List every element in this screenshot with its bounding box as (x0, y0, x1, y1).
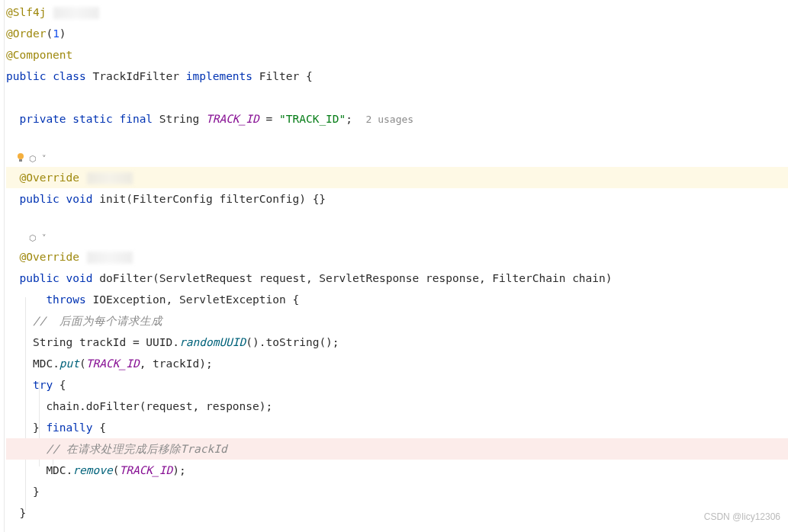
code-line[interactable]: chain.doFilter(request, response); (6, 396, 788, 417)
paren: ( (153, 272, 159, 284)
brace: { (99, 421, 106, 434)
method-marker-icon[interactable]: ⬡ ˅ (29, 231, 47, 246)
brace: { (60, 379, 66, 391)
method-call: doFilter (86, 400, 140, 412)
code-line[interactable]: // 后面为每个请求生成 (6, 310, 788, 332)
type-name: String (33, 336, 72, 348)
semicolon: ; (346, 113, 352, 125)
dot: . (79, 400, 86, 412)
type-name: Filter (259, 70, 299, 82)
paren: ( (126, 193, 133, 205)
annotation: @Component (6, 49, 72, 61)
var-ref: chain (46, 400, 79, 412)
var-name: trackId (79, 336, 126, 348)
code-line[interactable] (6, 130, 788, 152)
annotation: @Override (19, 251, 79, 263)
type-name: ServletException (179, 293, 286, 306)
code-line[interactable]: @Slf4j (6, 2, 788, 23)
keyword: void (66, 193, 93, 205)
gutter-icon-line[interactable]: ⬡ ˅ (6, 231, 788, 246)
operator: = (259, 113, 279, 125)
code-line[interactable]: throws IOException, ServletException { (6, 289, 788, 310)
code-line[interactable]: } (6, 481, 788, 502)
static-method: put (60, 357, 79, 370)
svg-point-0 (18, 153, 24, 159)
code-line[interactable] (6, 87, 788, 108)
paren: ) (326, 336, 333, 348)
code-line[interactable]: public void init(FilterConfig filterConf… (6, 188, 788, 210)
code-line[interactable]: @Override (6, 246, 788, 268)
blurred-region (53, 7, 99, 19)
class-name: TrackIdFilter (93, 70, 180, 82)
dot: . (172, 336, 179, 348)
comma: , (140, 357, 153, 370)
paren: ) (606, 272, 613, 284)
type-name: FilterConfig (133, 193, 213, 205)
comma: , (479, 272, 492, 284)
code-line[interactable]: } (6, 502, 788, 524)
class-ref: UUID (146, 336, 172, 348)
annotation: @Slf4j (6, 6, 46, 18)
var-ref: trackId (153, 357, 199, 370)
comment: // 在请求处理完成后移除TrackId (46, 443, 227, 455)
code-line[interactable]: } finally { (6, 417, 788, 438)
code-line[interactable]: private static final String TRACK_ID = "… (6, 108, 788, 130)
comma: , (192, 400, 205, 412)
semicolon: ; (206, 357, 213, 370)
keyword: public (19, 272, 59, 284)
param-name: filterConfig (219, 193, 299, 205)
param-name: chain (572, 272, 606, 284)
code-line[interactable]: @Component (6, 44, 788, 66)
annotation: @Order (6, 27, 46, 40)
gutter-icon-line[interactable]: ⬡ ˅ (6, 152, 788, 167)
brace: { (306, 70, 313, 82)
code-line[interactable]: @Order(1) (6, 23, 788, 44)
keyword: try (33, 379, 53, 391)
brace: } (19, 507, 26, 519)
type-name: String (159, 113, 199, 125)
semicolon: ; (266, 400, 273, 412)
dot: . (259, 336, 266, 348)
code-line[interactable]: public void doFilter(ServletRequest requ… (6, 268, 788, 289)
field-ref: TRACK_ID (119, 464, 172, 476)
code-line[interactable]: try { (6, 374, 788, 396)
field-ref: TRACK_ID (86, 357, 140, 370)
method-marker-icon[interactable]: ⬡ ˅ (29, 152, 47, 167)
keyword: private (19, 113, 66, 125)
blurred-region (87, 252, 133, 264)
code-line[interactable]: MDC.remove(TRACK_ID); (6, 460, 788, 481)
keyword: final (119, 113, 153, 125)
comma: , (306, 272, 319, 284)
blurred-region (87, 172, 133, 184)
operator: = (126, 336, 146, 348)
usage-hint[interactable]: 2 usages (366, 114, 414, 125)
keyword: void (66, 272, 93, 284)
param-name: response (426, 272, 479, 284)
var-ref: request (146, 400, 192, 412)
paren: ) (199, 357, 206, 370)
code-editor[interactable]: @Slf4j @Order(1) @Component public class… (0, 0, 788, 524)
intention-bulb-icon[interactable] (15, 152, 26, 167)
dot: . (53, 357, 60, 370)
class-ref: MDC (33, 357, 53, 370)
method-name: init (99, 193, 126, 205)
type-name: ServletRequest (159, 272, 252, 284)
code-line[interactable]: @Override (6, 167, 788, 188)
paren: ) (172, 464, 179, 476)
paren: ) (252, 336, 259, 348)
type-name: FilterChain (492, 272, 565, 284)
code-line[interactable]: MDC.put(TRACK_ID, trackId); (6, 353, 788, 374)
code-line[interactable]: public class TrackIdFilter implements Fi… (6, 66, 788, 87)
param-name: request (259, 272, 306, 284)
code-line[interactable]: String trackId = UUID.randomUUID().toStr… (6, 332, 788, 353)
paren: ) (259, 400, 266, 412)
string-literal: "TRACK_ID" (279, 113, 346, 125)
class-ref: MDC (46, 464, 66, 476)
code-line[interactable] (6, 210, 788, 231)
static-method: randomUUID (179, 336, 246, 348)
svg-rect-1 (19, 159, 22, 162)
keyword: finally (46, 421, 92, 434)
code-line[interactable]: // 在请求处理完成后移除TrackId (6, 438, 788, 460)
paren: ) (299, 193, 306, 205)
method-name: doFilter (99, 272, 153, 284)
